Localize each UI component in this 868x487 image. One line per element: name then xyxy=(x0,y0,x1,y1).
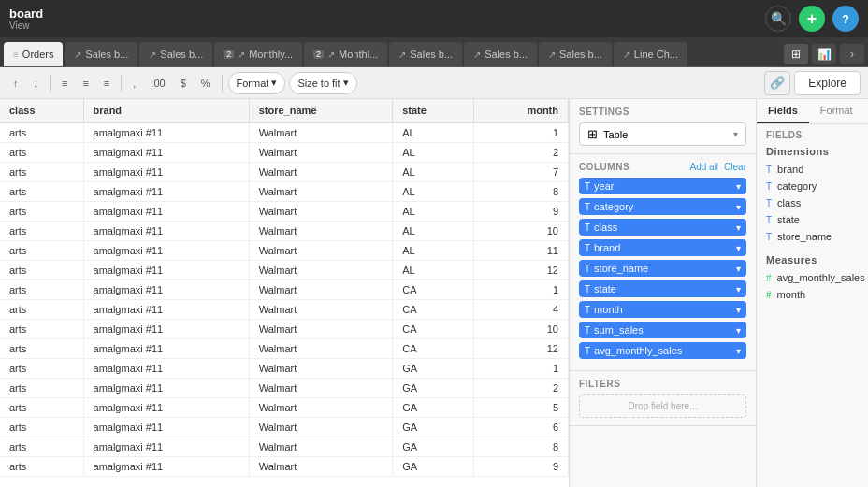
field-pill-category[interactable]: T category ▾ xyxy=(579,198,746,215)
tab-monthly-1[interactable]: 2 ↗ Monthly... xyxy=(214,42,302,66)
field-pill-store_name[interactable]: T store_name ▾ xyxy=(579,260,746,277)
field-pill-month[interactable]: T month ▾ xyxy=(579,301,746,318)
chart-view-button[interactable]: 📊 xyxy=(812,44,836,64)
table-cell: 7 xyxy=(473,163,568,182)
field-pill-brand[interactable]: T brand ▾ xyxy=(579,239,746,256)
col-header-month: month xyxy=(473,99,568,122)
measure-label: avg_monthly_sales xyxy=(777,272,865,283)
table-cell: 4 xyxy=(473,300,568,320)
tab-sales-2[interactable]: ↗ Sales b... xyxy=(139,42,212,66)
field-pill-state[interactable]: T state ▾ xyxy=(579,280,746,297)
clear-link[interactable]: Clear xyxy=(724,162,746,172)
table-cell: 11 xyxy=(473,241,568,261)
table-row: artsamalgmaxi #11WalmartAL10 xyxy=(0,222,569,241)
tab-sales-4[interactable]: ↗ Sales b... xyxy=(464,42,537,66)
table-cell: arts xyxy=(0,457,83,477)
table-cell: Walmart xyxy=(249,202,392,222)
dimension-item-brand[interactable]: T brand xyxy=(757,161,868,178)
link-button[interactable]: 🔗 xyxy=(764,71,790,95)
table-cell: amalgmaxi #11 xyxy=(83,202,249,222)
tab-icon: ↗ xyxy=(238,50,245,60)
dimension-item-store_name[interactable]: T store_name xyxy=(757,228,868,245)
next-tab-button[interactable]: › xyxy=(840,44,864,64)
settings-title: SETTINGS xyxy=(579,107,746,117)
field-pill-label: class xyxy=(594,222,617,233)
table-scroll[interactable]: class brand store_name state month artsa… xyxy=(0,99,569,487)
drop-placeholder: Drop field here... xyxy=(629,401,698,411)
currency-button[interactable]: $ xyxy=(175,72,192,94)
field-pill-year[interactable]: T year ▾ xyxy=(579,178,746,194)
number-format-button[interactable]: , xyxy=(127,72,141,94)
type-icon: # xyxy=(766,273,772,283)
type-selector[interactable]: ⊞ Table ▾ xyxy=(579,122,746,146)
field-pill-sum_sales[interactable]: T sum_sales ▾ xyxy=(579,322,746,338)
search-button[interactable]: 🔍 xyxy=(765,6,791,32)
help-button[interactable]: ? xyxy=(832,6,859,32)
table-cell: Walmart xyxy=(249,182,392,202)
dimension-label: store_name xyxy=(777,231,832,242)
table-row: artsamalgmaxi #11WalmartGA1 xyxy=(0,359,569,379)
table-view-button[interactable]: ⊞ xyxy=(784,44,808,64)
chevron-down-icon: ▾ xyxy=(736,284,741,294)
field-pill-class[interactable]: T class ▾ xyxy=(579,219,746,236)
tab-orders[interactable]: ≡ Orders xyxy=(4,42,63,66)
type-selector-label: Table xyxy=(603,129,628,140)
tab-sales-5[interactable]: ↗ Sales b... xyxy=(539,42,612,66)
table-cell: amalgmaxi #11 xyxy=(83,122,249,143)
align-right-button[interactable]: ≡ xyxy=(98,72,115,94)
spacer xyxy=(757,245,868,252)
chevron-down-icon: ▾ xyxy=(736,222,741,233)
sort-desc-button[interactable]: ↓ xyxy=(28,72,45,94)
dimensions-list: T brandT categoryT classT stateT store_n… xyxy=(757,161,868,245)
tab-sales-3[interactable]: ↗ Sales b... xyxy=(389,42,462,66)
tab-fields[interactable]: Fields xyxy=(757,99,809,123)
table-cell: Walmart xyxy=(249,241,392,261)
table-cell: 12 xyxy=(473,261,568,280)
tab-icon: ≡ xyxy=(13,50,19,60)
dimensions-label: Dimensions xyxy=(757,144,868,161)
tab-sales-1[interactable]: ↗ Sales b... xyxy=(65,42,137,66)
table-cell: arts xyxy=(0,222,83,241)
format-pill[interactable]: Format ▾ xyxy=(228,72,286,94)
percent-button[interactable]: % xyxy=(195,72,216,94)
sort-asc-button[interactable]: ↑ xyxy=(7,72,24,94)
separator-2 xyxy=(121,75,122,92)
table-row: artsamalgmaxi #11WalmartCA4 xyxy=(0,300,569,320)
table-row: artsamalgmaxi #11WalmartGA2 xyxy=(0,379,569,398)
dimension-item-class[interactable]: T class xyxy=(757,194,868,211)
dimension-item-state[interactable]: T state xyxy=(757,211,868,228)
table-cell: GA xyxy=(393,418,474,437)
table-row: artsamalgmaxi #11WalmartCA10 xyxy=(0,320,569,339)
measure-item-avg_monthly_sales[interactable]: # avg_monthly_sales xyxy=(757,269,868,286)
align-left-button[interactable]: ≡ xyxy=(56,72,73,94)
decimal-button[interactable]: .00 xyxy=(145,72,170,94)
field-pill-avg_monthly_sales[interactable]: T avg_monthly_sales ▾ xyxy=(579,342,746,359)
tab-monthly-2[interactable]: 2 ↗ Monthl... xyxy=(304,42,387,66)
chevron-down-icon: ▾ xyxy=(736,264,741,274)
tab-icon: ↗ xyxy=(473,50,481,60)
chevron-down-icon: ▾ xyxy=(736,305,741,315)
table-cell: amalgmaxi #11 xyxy=(83,241,249,261)
tab-format[interactable]: Format xyxy=(809,99,864,123)
table-cell: AL xyxy=(393,202,474,222)
table-body: artsamalgmaxi #11WalmartAL1artsamalgmaxi… xyxy=(0,122,569,477)
dimension-item-category[interactable]: T category xyxy=(757,178,868,194)
filter-drop-zone[interactable]: Drop field here... xyxy=(579,394,746,418)
size-to-fit-pill[interactable]: Size to fit ▾ xyxy=(289,72,356,94)
explore-button[interactable]: Explore xyxy=(794,71,861,95)
tab-line-chart[interactable]: ↗ Line Ch... xyxy=(614,42,687,66)
field-pill-label: year xyxy=(594,180,614,192)
add-all-link[interactable]: Add all xyxy=(690,162,719,172)
chevron-down-icon: ▾ xyxy=(736,346,741,356)
table-cell: 12 xyxy=(473,339,568,359)
table-row: artsamalgmaxi #11WalmartAL9 xyxy=(0,202,569,222)
measure-item-month[interactable]: # month xyxy=(757,286,868,303)
chevron-down-icon: ▾ xyxy=(736,202,741,212)
filters-title: FILTERS xyxy=(579,379,746,389)
columns-actions: Add all Clear xyxy=(690,162,746,172)
add-button[interactable]: + xyxy=(799,6,825,32)
table-cell: arts xyxy=(0,418,83,437)
align-center-button[interactable]: ≡ xyxy=(77,72,94,94)
table-row: artsamalgmaxi #11WalmartAL8 xyxy=(0,182,569,202)
chevron-down-icon: ▾ xyxy=(736,243,741,253)
